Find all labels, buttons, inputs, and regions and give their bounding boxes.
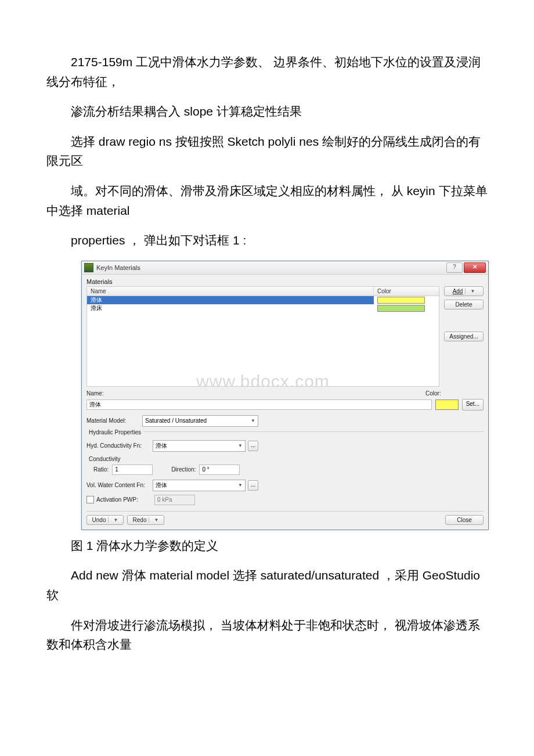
paragraph: Add new 滑体 material model 选择 saturated/u… — [46, 566, 488, 604]
hyd-conductivity-label: Hyd. Conductivity Fn: — [86, 442, 150, 449]
help-button[interactable]: ? — [446, 262, 463, 273]
chevron-down-icon[interactable]: ▼ — [154, 517, 158, 523]
figure-caption: 图 1 滑体水力学参数的定义 — [46, 536, 488, 556]
paragraph: 选择 draw regio ns 按钮按照 Sketch polyli nes … — [46, 132, 488, 171]
undo-label: Undo — [92, 517, 106, 523]
hydraulic-properties-group: Hydraulic Properties Hyd. Conductivity F… — [86, 431, 484, 505]
undo-button[interactable]: Undo ▼ — [86, 515, 124, 525]
conductivity-group-label: Conductivity — [89, 456, 120, 462]
paragraph: properties ， 弹出如下对话框 1 : — [46, 231, 488, 250]
ratio-input[interactable]: 1 — [112, 465, 153, 475]
document-page: 2175-159m 工况中滑体水力学参数、 边界条件、初始地下水位的设置及浸润线… — [0, 0, 534, 688]
material-model-value: Saturated / Unsaturated — [145, 417, 251, 424]
list-header: Name Color — [86, 286, 439, 296]
add-label: Add — [453, 288, 463, 294]
dialog-title: KeyIn Materials — [96, 264, 446, 271]
dialog-titlebar[interactable]: KeyIn Materials ? ✕ — [82, 261, 488, 275]
app-icon — [84, 263, 93, 272]
activation-pwp-value: 0 kPa — [154, 495, 195, 505]
watermark: www.bdocx.com — [196, 372, 330, 387]
delete-button[interactable]: Delete — [444, 300, 484, 309]
keyin-materials-dialog: KeyIn Materials ? ✕ Materials Name Color… — [81, 261, 489, 530]
group-title: Hydraulic Properties — [86, 429, 143, 435]
list-item-name: 滑床 — [87, 304, 374, 312]
material-model-dropdown[interactable]: Saturated / Unsaturated ▼ — [142, 415, 258, 427]
redo-label: Redo — [133, 517, 147, 523]
chevron-down-icon[interactable]: ▼ — [470, 289, 475, 294]
vol-water-dropdown[interactable]: 滑体 ▼ — [153, 480, 246, 491]
paragraph: 件对滑坡进行渗流场模拟， 当坡体材料处于非饱和状态时， 视滑坡体渗透系数和体积含… — [46, 615, 488, 654]
column-name[interactable]: Name — [87, 287, 374, 296]
materials-section-label: Materials — [86, 278, 484, 285]
list-item-color — [374, 305, 439, 312]
paragraph: 渗流分析结果耦合入 slope 计算稳定性结果 — [46, 102, 488, 121]
color-preview[interactable] — [435, 399, 459, 410]
list-item-name: 滑体 — [87, 296, 374, 304]
set-color-button[interactable]: Set... — [462, 399, 484, 411]
list-item-color — [374, 297, 439, 304]
hyd-conductivity-value: 滑体 — [156, 442, 238, 450]
list-box[interactable]: 滑体 滑床 www.bdocx.com — [86, 296, 439, 387]
color-swatch-green — [377, 305, 425, 312]
column-color[interactable]: Color — [374, 287, 439, 296]
name-label: Name: — [86, 390, 422, 397]
dialog-footer: Undo ▼ Redo ▼ Close — [86, 511, 484, 525]
side-buttons: Add ▼ Delete Assigned... — [444, 286, 484, 387]
materials-list: Name Color 滑体 滑床 www.bdocx.com — [86, 286, 439, 387]
chevron-down-icon: ▼ — [251, 418, 255, 423]
activation-pwp-checkbox[interactable] — [86, 496, 94, 503]
paragraph: 2175-159m 工况中滑体水力学参数、 边界条件、初始地下水位的设置及浸润线… — [46, 52, 488, 91]
chevron-down-icon[interactable]: ▼ — [113, 517, 118, 523]
paragraph: 域。对不同的滑体、滑带及滑床区域定义相应的材料属性， 从 keyin 下拉菜单中… — [46, 181, 488, 220]
activation-pwp-label: Activation PWP: — [96, 496, 152, 503]
name-input[interactable]: 滑体 — [86, 399, 432, 410]
window-buttons: ? ✕ — [446, 262, 486, 273]
list-item[interactable]: 滑体 — [87, 296, 439, 304]
direction-input[interactable]: 0 ° — [199, 465, 240, 475]
list-item[interactable]: 滑床 — [87, 304, 439, 312]
dialog-body: Materials Name Color 滑体 滑床 — [82, 275, 488, 530]
material-model-label: Material Model: — [86, 417, 139, 424]
direction-label: Direction: — [171, 466, 196, 473]
window-close-button[interactable]: ✕ — [464, 262, 486, 273]
assigned-button[interactable]: Assigned... — [444, 332, 484, 341]
close-button[interactable]: Close — [445, 515, 484, 525]
hyd-conductivity-edit-button[interactable]: ... — [248, 441, 258, 451]
color-swatch-yellow — [377, 297, 425, 304]
vol-water-value: 滑体 — [156, 481, 238, 489]
vol-water-edit-button[interactable]: ... — [248, 480, 258, 491]
add-button[interactable]: Add ▼ — [444, 286, 484, 296]
color-label: Color: — [425, 390, 484, 397]
fields-area: Name: Color: 滑体 Set... Material Model: S… — [86, 390, 484, 525]
vol-water-label: Vol. Water Content Fn: — [86, 482, 150, 488]
redo-button[interactable]: Redo ▼ — [127, 515, 164, 525]
ratio-label: Ratio: — [93, 466, 109, 473]
hyd-conductivity-dropdown[interactable]: 滑体 ▼ — [153, 440, 246, 452]
chevron-down-icon: ▼ — [238, 443, 243, 448]
chevron-down-icon: ▼ — [238, 483, 243, 488]
